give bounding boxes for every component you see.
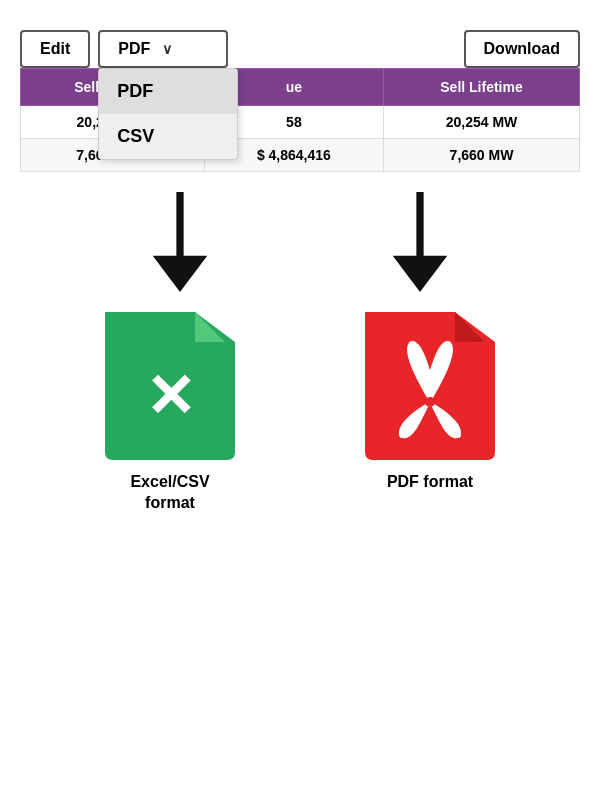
svg-text:✕: ✕ bbox=[145, 363, 195, 430]
cell-sell-lifetime-2: 7,660 MW bbox=[384, 139, 580, 172]
icons-section: ✕ Excel/CSV format bbox=[20, 302, 580, 514]
dropdown-option-csv[interactable]: CSV bbox=[99, 114, 237, 159]
format-dropdown-menu: PDF CSV bbox=[98, 68, 238, 160]
excel-csv-block: ✕ Excel/CSV format bbox=[95, 302, 245, 514]
arrow-left bbox=[140, 192, 220, 292]
svg-marker-3 bbox=[393, 256, 448, 292]
col-header-sell-lifetime: Sell Lifetime bbox=[384, 69, 580, 106]
pdf-label: PDF format bbox=[387, 472, 473, 493]
svg-point-5 bbox=[425, 397, 435, 407]
format-dropdown-wrapper: PDF ∨ PDF CSV bbox=[98, 30, 228, 68]
excel-icon: ✕ bbox=[95, 302, 245, 462]
chevron-down-icon: ∨ bbox=[162, 41, 172, 57]
edit-button[interactable]: Edit bbox=[20, 30, 90, 68]
arrow-right bbox=[380, 192, 460, 292]
svg-marker-1 bbox=[153, 256, 208, 292]
excel-label: Excel/CSV format bbox=[130, 472, 209, 514]
download-button[interactable]: Download bbox=[464, 30, 580, 68]
format-dropdown-button[interactable]: PDF ∨ bbox=[98, 30, 228, 68]
dropdown-option-pdf[interactable]: PDF bbox=[99, 69, 237, 114]
cell-sell-lifetime-1: 20,254 MW bbox=[384, 106, 580, 139]
pdf-block: PDF format bbox=[355, 302, 505, 514]
pdf-icon bbox=[355, 302, 505, 462]
arrows-section bbox=[20, 192, 580, 292]
toolbar: Edit PDF ∨ PDF CSV Download bbox=[20, 30, 580, 68]
dropdown-selected-value: PDF bbox=[118, 40, 150, 58]
